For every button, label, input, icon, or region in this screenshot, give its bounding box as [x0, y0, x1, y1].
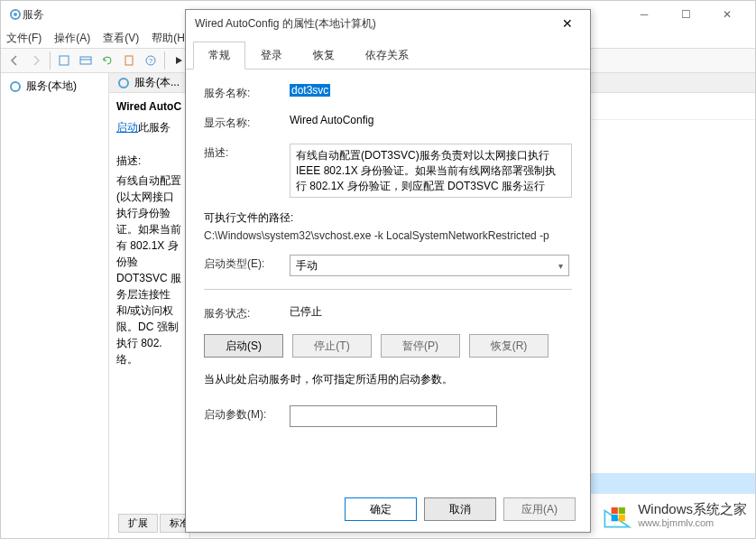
separator: [50, 51, 51, 70]
description-label: 描述:: [204, 144, 290, 161]
toolbar-icon-1[interactable]: [54, 51, 74, 70]
back-button[interactable]: [5, 51, 24, 70]
control-buttons: 启动(S) 停止(T) 暂停(P) 恢复(R): [204, 334, 572, 358]
dialog-footer: 确定 取消 应用(A): [345, 497, 576, 521]
params-label: 启动参数(M):: [204, 405, 290, 423]
description-label: 描述:: [116, 153, 182, 169]
startup-type-select[interactable]: 手动 ▾: [290, 255, 569, 276]
svg-rect-5: [125, 56, 133, 65]
tree-root-label: 服务(本地): [26, 79, 77, 94]
display-name-value: Wired AutoConfig: [290, 114, 572, 126]
separator: [164, 51, 165, 70]
dialog-title: Wired AutoConfig 的属性(本地计算机): [195, 16, 554, 32]
minimize-button[interactable]: ─: [623, 1, 665, 28]
svg-rect-18: [619, 515, 625, 521]
dialog-tabs: 常规 登录 恢复 依存关系: [186, 41, 590, 70]
window-controls: ─ ☐ ✕: [623, 1, 748, 28]
gear-icon: [116, 76, 131, 90]
menu-help[interactable]: 帮助(H): [152, 31, 189, 46]
stop-button: 停止(T): [292, 334, 372, 358]
windows-logo-icon: [600, 499, 632, 532]
description-value: 有线自动配置(DOT3SVC)服务负责对以太网接口执行 IEEE 802.1X …: [296, 149, 556, 192]
status-label: 服务状态:: [204, 304, 290, 321]
watermark-line1: Windows系统之家: [638, 501, 747, 517]
svg-rect-16: [619, 507, 625, 514]
tab-general[interactable]: 常规: [193, 42, 245, 70]
service-name-label: 服务名称:: [204, 84, 290, 101]
watermark: Windows系统之家 www.bjmmlv.com: [600, 499, 747, 532]
dialog-close-button[interactable]: ✕: [554, 16, 581, 31]
startup-type-label: 启动类型(E):: [204, 255, 290, 272]
start-service-link[interactable]: 启动: [116, 121, 138, 134]
detail-pane: Wired AutoC 启动此服务 描述: 有线自动配置 (以太网接口执行身份验…: [109, 93, 190, 538]
help-button[interactable]: ?: [141, 51, 161, 70]
chevron-down-icon: ▾: [558, 261, 563, 271]
watermark-text: Windows系统之家 www.bjmmlv.com: [638, 501, 747, 529]
gear-icon: [8, 79, 23, 94]
svg-rect-17: [612, 515, 618, 521]
svg-point-1: [14, 13, 17, 16]
service-name-value[interactable]: dot3svc: [290, 84, 330, 97]
svg-rect-3: [80, 57, 91, 64]
tab-recovery[interactable]: 恢复: [298, 42, 350, 70]
forward-button[interactable]: [26, 51, 46, 70]
start-link-row: 启动此服务: [116, 120, 182, 135]
resume-button: 恢复(R): [469, 334, 549, 358]
description-text: 有线自动配置 (以太网接口执行身份验证。如果当前有 802.1X 身份验 DOT…: [116, 172, 182, 367]
status-value: 已停止: [290, 304, 572, 320]
tree-pane: 服务(本地): [1, 73, 109, 538]
detail-service-name: Wired AutoC: [116, 100, 182, 113]
maximize-button[interactable]: ☐: [665, 1, 706, 28]
exe-path-label: 可执行文件的路径:: [204, 210, 572, 226]
display-name-label: 显示名称:: [204, 114, 290, 131]
services-icon: [8, 7, 23, 22]
pause-button: 暂停(P): [381, 334, 460, 358]
params-input[interactable]: [290, 405, 497, 427]
tab-extended[interactable]: 扩展: [118, 514, 158, 533]
startup-hint: 当从此处启动服务时，你可指定所适用的启动参数。: [204, 372, 572, 387]
toolbar-icon-2[interactable]: [76, 51, 96, 70]
properties-dialog: Wired AutoConfig 的属性(本地计算机) ✕ 常规 登录 恢复 依…: [185, 9, 591, 533]
cancel-button[interactable]: 取消: [424, 497, 496, 521]
refresh-button[interactable]: [97, 51, 117, 70]
close-button[interactable]: ✕: [706, 1, 748, 28]
divider: [204, 289, 572, 290]
svg-point-13: [119, 79, 128, 88]
export-button[interactable]: [119, 51, 139, 70]
ok-button[interactable]: 确定: [345, 497, 417, 521]
menu-action[interactable]: 操作(A): [54, 31, 90, 46]
tab-logon[interactable]: 登录: [245, 42, 298, 70]
menu-file[interactable]: 文件(F): [6, 31, 41, 46]
svg-rect-15: [612, 507, 618, 514]
svg-text:?: ?: [149, 57, 153, 65]
svg-point-12: [11, 82, 20, 91]
dialog-body: 服务名称: dot3svc 显示名称: Wired AutoConfig 描述:…: [186, 70, 590, 454]
list-header-label: 服务(本...: [134, 75, 180, 90]
apply-button: 应用(A): [503, 497, 576, 521]
exe-path-value: C:\Windows\system32\svchost.exe -k Local…: [204, 229, 572, 242]
tree-root-item[interactable]: 服务(本地): [5, 77, 105, 96]
start-suffix: 此服务: [138, 121, 171, 134]
tab-dependencies[interactable]: 依存关系: [350, 42, 424, 70]
startup-type-value: 手动: [296, 258, 318, 274]
menu-view[interactable]: 查看(V): [103, 31, 139, 46]
svg-rect-2: [60, 56, 69, 65]
watermark-line2: www.bjmmlv.com: [638, 517, 747, 529]
dialog-titlebar: Wired AutoConfig 的属性(本地计算机) ✕: [186, 10, 590, 37]
description-textbox[interactable]: 有线自动配置(DOT3SVC)服务负责对以太网接口执行 IEEE 802.1X …: [290, 144, 572, 198]
start-button[interactable]: 启动(S): [204, 334, 283, 358]
